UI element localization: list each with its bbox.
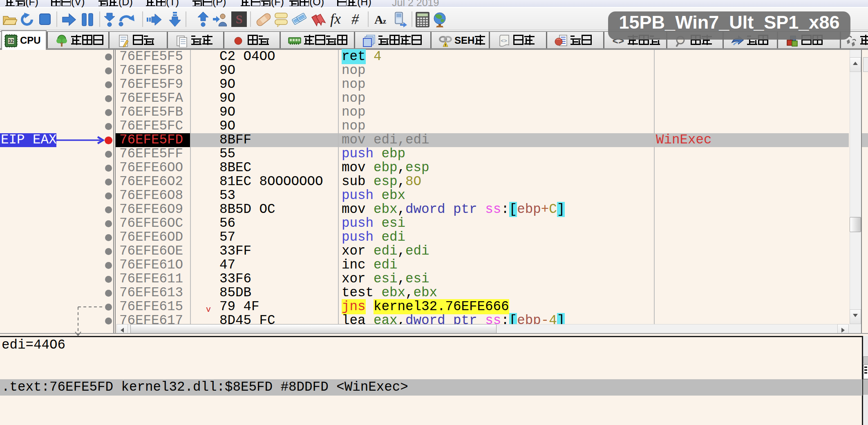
svg-text:!: ! [445,43,446,47]
svg-text:z: z [383,17,386,25]
svg-text:A: A [374,13,383,26]
svg-text:32: 32 [8,38,14,44]
svg-text:#: # [351,11,359,27]
svg-text:S: S [236,12,243,26]
svg-text:fx: fx [330,11,341,27]
svg-text:<>: <> [501,38,507,44]
